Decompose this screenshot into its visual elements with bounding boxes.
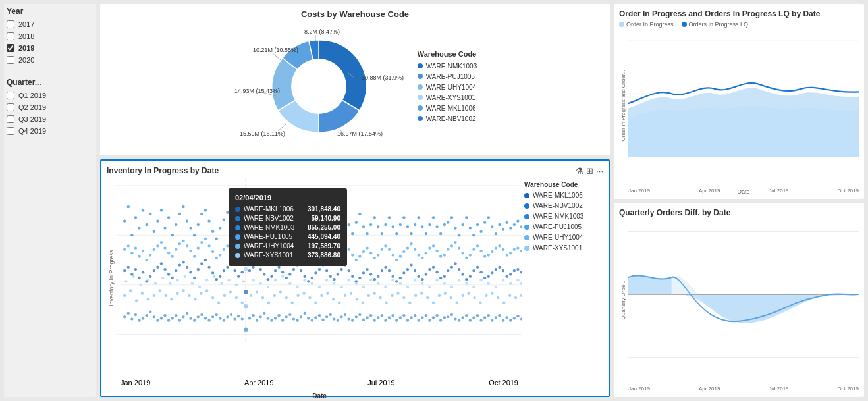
year-2018-checkbox[interactable] (7, 32, 14, 40)
svg-point-244 (138, 227, 140, 229)
q4-2019-checkbox[interactable] (7, 127, 14, 135)
svg-point-557 (340, 286, 342, 288)
tooltip-row-nmk: WARE-NMK1003 855,255.00 (235, 224, 340, 231)
inv-legend-mkl[interactable]: WARE-MKL1006 (524, 192, 603, 199)
more-icon[interactable]: ··· (596, 166, 603, 176)
year-2017-item[interactable]: 2017 (7, 20, 94, 29)
year-2018-item[interactable]: 2018 (7, 32, 94, 41)
svg-point-205 (395, 319, 398, 322)
svg-point-312 (388, 216, 391, 219)
svg-point-247 (149, 213, 151, 215)
svg-point-520 (485, 294, 487, 297)
svg-point-305 (362, 225, 365, 228)
svg-point-200 (377, 316, 379, 319)
svg-point-538 (205, 279, 208, 281)
svg-point-427 (410, 242, 412, 245)
svg-point-410 (347, 248, 350, 251)
svg-point-259 (193, 234, 196, 236)
inv-label-uhy: WARE-UHY1004 (533, 234, 583, 241)
svg-point-417 (373, 257, 375, 259)
svg-point-122 (491, 271, 493, 274)
svg-point-219 (447, 315, 449, 318)
svg-point-109 (443, 275, 446, 278)
q1-2019-item[interactable]: Q1 2019 (7, 91, 94, 100)
svg-point-187 (329, 313, 332, 316)
svg-point-263 (207, 220, 210, 223)
svg-point-41 (193, 277, 196, 279)
year-2017-checkbox[interactable] (7, 20, 14, 28)
legend-item-mkl1006[interactable]: WARE-MKL1006 (418, 105, 477, 112)
svg-point-119 (479, 271, 482, 273)
svg-point-143 (167, 319, 170, 322)
year-2020-label: 2020 (18, 56, 34, 64)
order-progress-svg-area: 300 200 100 (628, 30, 859, 182)
q3-2019-checkbox[interactable] (7, 115, 14, 123)
tooltip-row-nbv: WARE-NBV1002 59,140.90 (235, 215, 340, 222)
q2-2019-checkbox[interactable] (7, 103, 14, 111)
legend-item-nbv1002[interactable]: WARE-NBV1002 (418, 115, 477, 122)
svg-point-149 (189, 317, 192, 319)
svg-point-475 (223, 294, 226, 297)
quarterly-diff-x-ticks: Jan 2019 Apr 2019 Jul 2019 Oct 2019 (628, 386, 859, 392)
svg-point-440 (458, 247, 460, 250)
svg-point-329 (450, 216, 453, 219)
inv-legend-nmk[interactable]: WARE-NMK1003 (524, 213, 603, 220)
year-2020-item[interactable]: 2020 (7, 55, 94, 65)
svg-point-564 (391, 279, 394, 281)
inventory-chart-container: Inventory In Progress by Date ⚗ ⊞ ··· In… (100, 159, 610, 397)
q2-2019-label: Q2 2019 (18, 103, 46, 111)
svg-point-156 (215, 313, 217, 316)
svg-point-240 (123, 220, 126, 223)
svg-point-365 (182, 240, 184, 242)
year-2019-checkbox[interactable] (7, 44, 14, 52)
svg-point-478 (241, 302, 244, 304)
q1-2019-checkbox[interactable] (7, 92, 14, 99)
svg-point-214 (428, 319, 431, 322)
svg-point-444 (472, 248, 475, 251)
inventory-tooltip: 02/04/2019 WARE-MKL1006 301,848.40 WARE-… (229, 188, 347, 266)
tooltip-value-puj: 445,094.40 (308, 233, 340, 240)
svg-text:16.97M (17.54%): 16.97M (17.54%) (337, 130, 383, 137)
inv-legend-uhy[interactable]: WARE-UHY1004 (524, 234, 603, 241)
svg-point-181 (307, 317, 310, 319)
legend-label-nmk1003: WARE-NMK1003 (426, 63, 477, 70)
year-2019-item[interactable]: 2019 (7, 43, 94, 53)
legend-item-uhy1004[interactable]: WARE-UHY1004 (418, 84, 477, 91)
svg-point-74 (314, 271, 317, 274)
legend-orders-lq[interactable]: Orders In Progress LQ (682, 21, 749, 28)
legend-dot-uhy1004 (418, 84, 423, 90)
svg-point-202 (384, 319, 387, 322)
q3-2019-item[interactable]: Q3 2019 (7, 115, 94, 124)
svg-point-26 (138, 277, 140, 279)
svg-point-111 (450, 266, 453, 269)
svg-point-84 (351, 275, 354, 278)
svg-point-461 (141, 292, 144, 295)
svg-point-36 (175, 269, 177, 272)
svg-point-267 (223, 218, 225, 221)
inv-label-mkl: WARE-MKL1006 (533, 192, 583, 199)
legend-order-in-progress[interactable]: Order In Progress (619, 21, 674, 28)
svg-point-255 (178, 213, 181, 215)
svg-point-509 (420, 292, 423, 295)
tooltip-value-nbv: 59,140.90 (312, 215, 341, 222)
svg-point-94 (388, 269, 391, 272)
inv-legend-nbv[interactable]: WARE-NBV1002 (524, 202, 603, 209)
svg-point-153 (204, 317, 207, 319)
legend-item-puj1005[interactable]: WARE-PUJ1005 (418, 73, 477, 80)
legend-item-nmk1003[interactable]: WARE-NMK1003 (418, 63, 477, 70)
svg-point-373 (211, 250, 214, 253)
svg-point-90 (373, 278, 375, 281)
filter-icon[interactable]: ⚗ (576, 166, 583, 176)
svg-point-451 (498, 244, 501, 247)
inv-legend-puj[interactable]: WARE-PUJ1005 (524, 223, 603, 230)
legend-item-xys1001[interactable]: WARE-XYS1001 (418, 94, 477, 101)
q4-2019-item[interactable]: Q4 2019 (7, 126, 94, 136)
svg-point-216 (435, 314, 438, 317)
svg-point-246 (145, 223, 148, 226)
year-2020-checkbox[interactable] (7, 56, 14, 64)
q2-2019-item[interactable]: Q2 2019 (7, 103, 94, 112)
inv-dot-xys (524, 246, 529, 251)
table-icon[interactable]: ⊞ (586, 166, 593, 176)
inv-legend-xys[interactable]: WARE-XYS1001 (524, 244, 603, 252)
tooltip-label-mkl: WARE-MKL1006 (244, 205, 304, 213)
